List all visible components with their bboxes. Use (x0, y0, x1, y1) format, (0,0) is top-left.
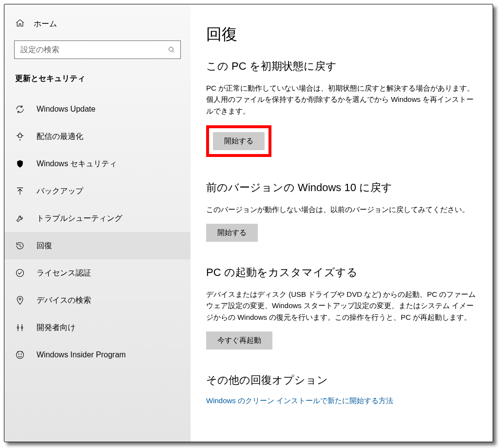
sidebar-item-label: Windows セキュリティ (37, 159, 117, 169)
sidebar-item-for-developers[interactable]: 開発者向け (4, 314, 191, 341)
clean-install-link[interactable]: Windows のクリーン インストールで新たに開始する方法 (206, 396, 477, 406)
section-title-more: その他の回復オプション (206, 373, 477, 388)
developer-icon (15, 323, 25, 332)
sync-icon (15, 104, 25, 114)
sidebar-item-backup[interactable]: バックアップ (4, 177, 191, 205)
wrench-icon (15, 214, 25, 223)
page-title: 回復 (206, 24, 477, 45)
reset-pc-button[interactable]: 開始する (213, 132, 265, 150)
recovery-icon (15, 241, 25, 251)
search-input[interactable] (15, 45, 163, 54)
section-advanced-startup: PC の起動をカスタマイズする デバイスまたはディスク (USB ドライブや D… (206, 265, 477, 350)
section-desc-goback: このバージョンが動作しない場合は、以前のバージョンに戻してみてください。 (206, 204, 477, 215)
section-reset-pc: この PC を初期状態に戻す PC が正常に動作していない場合は、初期状態に戻す… (206, 59, 477, 157)
section-more-options: その他の回復オプション Windows のクリーン インストールで新たに開始する… (206, 373, 477, 406)
section-desc-reset: PC が正常に動作していない場合は、初期状態に戻すと解決する場合があります。個人… (206, 82, 477, 117)
sidebar-item-find-my-device[interactable]: デバイスの検索 (4, 287, 191, 314)
section-title-goback: 前のバージョンの Windows 10 に戻す (206, 180, 477, 195)
sidebar-item-label: トラブルシューティング (37, 214, 122, 224)
main-content: 回復 この PC を初期状態に戻す PC が正常に動作していない場合は、初期状態… (191, 4, 493, 442)
svg-rect-1 (19, 134, 22, 137)
layout: ホーム 更新とセキュリティ Windows Update (4, 4, 493, 442)
svg-point-2 (17, 270, 24, 277)
sidebar-item-windows-insider-program[interactable]: Windows Insider Program (4, 341, 191, 369)
svg-point-0 (169, 47, 173, 52)
sidebar-item-label: 回復 (37, 241, 52, 251)
restart-now-button[interactable]: 今すぐ再起動 (206, 331, 272, 350)
sidebar-item-label: デバイスの検索 (37, 295, 91, 306)
sidebar: ホーム 更新とセキュリティ Windows Update (4, 4, 191, 442)
sidebar-item-activation[interactable]: ライセンス認証 (4, 259, 191, 287)
home-icon (15, 18, 25, 30)
check-circle-icon (15, 268, 25, 278)
search-field[interactable] (14, 40, 181, 59)
section-desc-advanced: デバイスまたはディスク (USB ドライブや DVD など) からの起動、PC … (206, 289, 477, 323)
svg-point-7 (18, 353, 19, 354)
go-back-button[interactable]: 開始する (206, 224, 258, 242)
sidebar-item-delivery-optimization[interactable]: 配信の最適化 (4, 123, 191, 150)
sidebar-item-recovery[interactable]: 回復 (4, 232, 191, 259)
sidebar-item-label: Windows Update (37, 105, 96, 114)
sidebar-item-troubleshoot[interactable]: トラブルシューティング (4, 205, 191, 232)
sidebar-item-label: バックアップ (37, 186, 83, 196)
category-heading: 更新とセキュリティ (4, 70, 191, 96)
sidebar-item-label: Windows Insider Program (37, 351, 126, 359)
highlight-frame: 開始する (206, 125, 271, 157)
shield-icon (15, 159, 25, 169)
location-icon (15, 295, 25, 305)
search-icon (163, 46, 180, 54)
svg-point-5 (21, 327, 23, 328)
section-title-advanced: PC の起動をカスタマイズする (206, 265, 477, 280)
sidebar-item-windows-security[interactable]: Windows セキュリティ (4, 150, 191, 177)
sidebar-item-label: 配信の最適化 (37, 132, 83, 142)
sidebar-item-label: ライセンス認証 (37, 268, 91, 278)
sidebar-item-windows-update[interactable]: Windows Update (4, 96, 191, 123)
backup-icon (15, 186, 25, 196)
settings-window: ホーム 更新とセキュリティ Windows Update (4, 4, 493, 442)
section-title-reset: この PC を初期状態に戻す (206, 59, 477, 74)
insider-icon (15, 350, 25, 360)
svg-point-6 (17, 351, 24, 359)
section-go-back: 前のバージョンの Windows 10 に戻す このバージョンが動作しない場合は… (206, 180, 477, 242)
home-label: ホーム (34, 19, 57, 29)
svg-point-3 (19, 298, 21, 300)
svg-point-4 (17, 327, 19, 328)
svg-point-8 (20, 353, 21, 354)
sidebar-item-label: 開発者向け (37, 323, 76, 333)
delivery-optimization-icon (15, 132, 25, 141)
home-button[interactable]: ホーム (4, 13, 191, 35)
